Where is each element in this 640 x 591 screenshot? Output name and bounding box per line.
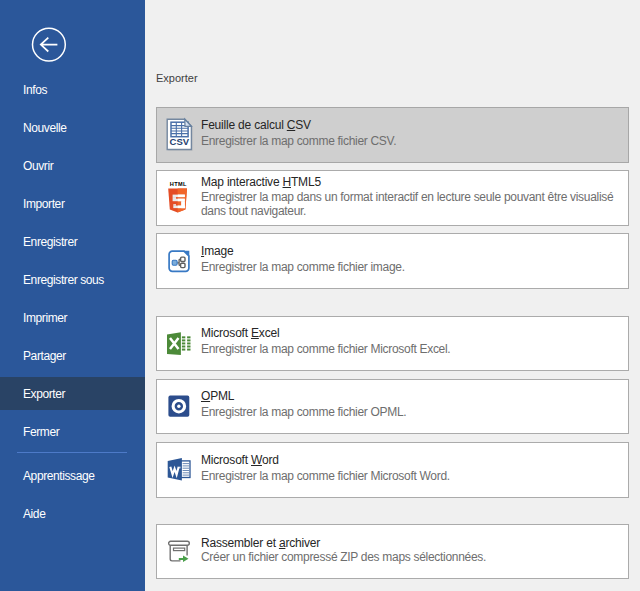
svg-text:CSV: CSV [170,136,190,147]
svg-text:HTML: HTML [170,181,187,187]
